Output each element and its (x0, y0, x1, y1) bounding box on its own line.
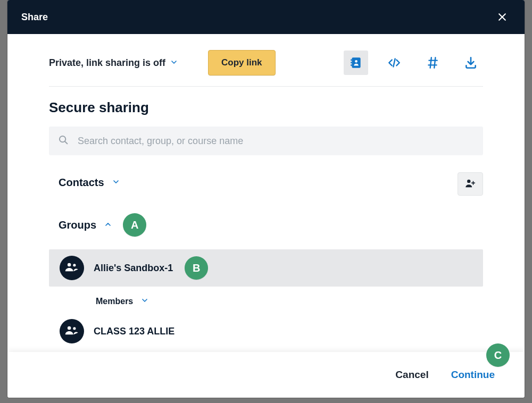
members-label: Members (96, 297, 133, 306)
chevron-down-icon (170, 58, 178, 68)
chevron-down-icon (140, 296, 149, 306)
svg-point-9 (68, 326, 71, 330)
svg-point-10 (73, 327, 76, 330)
divider (49, 86, 483, 87)
contacts-expand-toggle[interactable] (110, 175, 122, 190)
continue-button[interactable]: Continue (449, 366, 497, 384)
address-book-icon (349, 56, 363, 70)
annotation-badge-b: B (185, 256, 208, 280)
group-name: Allie's Sandbox-1 (94, 263, 173, 274)
svg-rect-2 (351, 62, 352, 63)
top-row: Private, link sharing is off Copy link (49, 50, 483, 75)
privacy-label: Private, link sharing is off (49, 57, 165, 69)
groups-section: Groups A Allie's Sandbox-1 (49, 213, 483, 343)
download-icon (464, 56, 478, 70)
search-container (49, 127, 483, 155)
tab-embed-icon-button[interactable] (382, 51, 406, 75)
close-icon (497, 12, 508, 22)
groups-collapse-toggle[interactable] (102, 218, 114, 232)
section-title: Secure sharing (49, 99, 483, 116)
group-members-toggle-row: Members (59, 287, 483, 308)
cancel-button[interactable]: Cancel (393, 366, 430, 384)
members-expand-toggle[interactable] (138, 294, 151, 308)
modal-footer: Cancel Continue C (7, 352, 525, 398)
svg-point-7 (68, 263, 71, 267)
group-icon (65, 325, 79, 338)
chevron-up-icon (104, 220, 112, 230)
tab-download-icon-button[interactable] (459, 51, 483, 75)
groups-label: Groups (59, 219, 96, 231)
svg-point-6 (467, 179, 470, 182)
person-add-icon (464, 178, 477, 191)
svg-rect-3 (351, 64, 352, 66)
search-input[interactable] (77, 135, 475, 147)
contacts-label: Contacts (59, 177, 104, 189)
svg-rect-1 (351, 60, 352, 61)
chevron-down-icon (112, 178, 120, 188)
copy-link-button[interactable]: Copy link (208, 50, 276, 75)
svg-rect-0 (352, 57, 360, 68)
modal-title: Share (21, 12, 48, 23)
close-button[interactable] (494, 9, 511, 26)
hash-icon (426, 56, 439, 70)
group-icon (65, 262, 79, 274)
group-item[interactable]: CLASS 123 ALLIE (49, 308, 483, 343)
svg-point-4 (355, 60, 358, 63)
group-item-selected[interactable]: Allie's Sandbox-1 B (49, 249, 483, 287)
tab-hash-icon-button[interactable] (420, 51, 445, 75)
svg-point-8 (73, 264, 76, 266)
code-icon (387, 56, 401, 70)
contacts-section: Contacts (49, 175, 483, 190)
privacy-dropdown[interactable]: Private, link sharing is off (49, 55, 178, 71)
search-icon (57, 134, 69, 148)
share-modal: Share Private, link sharing is off Copy … (7, 0, 525, 398)
modal-body: Private, link sharing is off Copy link (7, 34, 525, 398)
annotation-badge-a: A (123, 213, 146, 237)
group-avatar (60, 256, 84, 280)
add-contact-button[interactable] (458, 172, 483, 196)
toolbar-icons (344, 51, 483, 75)
modal-header: Share (7, 0, 525, 34)
annotation-badge-c: C (486, 343, 510, 367)
tab-contacts-icon-button[interactable] (344, 51, 368, 75)
group-avatar (60, 319, 84, 343)
group-name: CLASS 123 ALLIE (94, 326, 174, 337)
